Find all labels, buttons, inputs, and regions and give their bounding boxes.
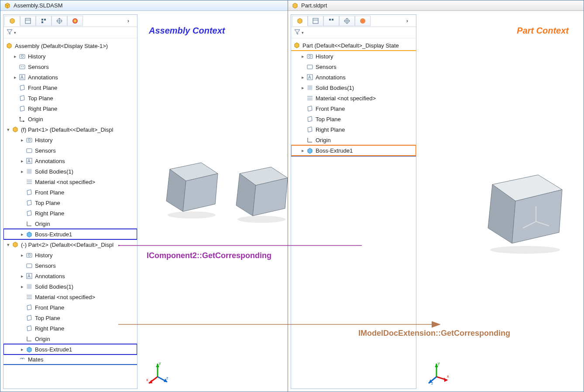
tree-item-top-plane[interactable]: Top Plane — [3, 313, 137, 323]
tab-feature-tree[interactable] — [292, 16, 308, 26]
tree-item-right-plane[interactable]: Right Plane — [3, 103, 137, 114]
titlebar[interactable]: Assembly.SLDASM — [0, 0, 288, 11]
tree-item-annotations[interactable]: ▸AAnnotations — [3, 271, 137, 281]
tree-item-material[interactable]: Material <not specified> — [3, 292, 137, 302]
tree-item-sensors[interactable]: Sensors — [3, 61, 137, 72]
expand-icon[interactable]: ▸ — [19, 347, 25, 352]
svg-marker-14 — [7, 30, 12, 34]
tree-item-annotations[interactable]: ▸AAnnotations — [291, 72, 416, 82]
svg-marker-90 — [295, 43, 299, 48]
tab-dimxpert[interactable] — [339, 16, 355, 26]
plane-icon — [306, 105, 314, 112]
tab-config-manager[interactable] — [36, 16, 52, 26]
svg-point-32 — [28, 139, 31, 141]
tree-item-front-plane[interactable]: Front Plane — [3, 302, 137, 313]
tree-item-boss-extrude[interactable]: ▸Boss-Extrude1 — [291, 145, 416, 156]
expand-icon[interactable]: ▸ — [300, 54, 306, 59]
filter-row: ▾ — [3, 27, 137, 38]
svg-marker-24 — [20, 95, 24, 101]
expand-icon[interactable]: ▸ — [300, 148, 306, 153]
solid-bodies-icon — [306, 84, 314, 91]
tree-item-material[interactable]: Material <not specified> — [291, 93, 416, 103]
filter-icon[interactable] — [6, 28, 13, 37]
tree-item-right-plane[interactable]: Right Plane — [291, 124, 416, 135]
tree-item-origin[interactable]: Origin — [3, 218, 137, 229]
tree-item-top-plane[interactable]: Top Plane — [291, 114, 416, 124]
tree-item-solid-bodies[interactable]: ▸Solid Bodies(1) — [3, 166, 137, 177]
tree-item-origin[interactable]: Origin — [3, 334, 137, 344]
tree-item-solid-bodies[interactable]: ▸Solid Bodies(1) — [291, 82, 416, 93]
tree-root[interactable]: Part (Default<<Default>_Display State — [291, 41, 416, 51]
dropdown-icon[interactable]: ▾ — [14, 31, 16, 35]
tab-overflow[interactable]: › — [120, 16, 136, 26]
collapse-icon[interactable]: ▾ — [5, 242, 11, 248]
collapse-icon[interactable]: ▾ — [5, 127, 11, 133]
tree-item-boss-extrude-p2[interactable]: ▸Boss-Extrude1 — [3, 344, 137, 355]
tree-component-part2[interactable]: ▾(-) Part<2> (Default<<Default>_Displ — [3, 239, 137, 250]
tree-item-sensors[interactable]: Sensors — [291, 61, 416, 72]
tree-item-front-plane[interactable]: Front Plane — [3, 82, 137, 93]
folder-icon — [25, 252, 33, 259]
tree-item-boss-extrude-p1[interactable]: ▸Boss-Extrude1 — [3, 229, 137, 239]
model-cube — [481, 163, 569, 254]
tree-item-origin[interactable]: Origin — [3, 114, 137, 124]
view-triad[interactable]: x y z — [423, 359, 450, 385]
expand-icon[interactable]: ▸ — [300, 75, 306, 80]
tree-item-history[interactable]: ▸History — [3, 51, 137, 61]
view-triad[interactable]: x y z — [144, 359, 171, 385]
tab-property-manager[interactable] — [308, 16, 323, 26]
expand-icon[interactable]: ▸ — [19, 169, 25, 174]
svg-point-48 — [28, 254, 31, 256]
svg-marker-25 — [20, 106, 24, 111]
tree-item-top-plane[interactable]: Top Plane — [3, 93, 137, 103]
expand-icon[interactable]: ▸ — [300, 85, 306, 91]
tree-item-top-plane[interactable]: Top Plane — [3, 198, 137, 208]
plane-icon — [18, 105, 26, 112]
svg-marker-4 — [10, 18, 14, 24]
tab-overflow[interactable]: › — [399, 16, 415, 26]
tree-item-right-plane[interactable]: Right Plane — [3, 208, 137, 218]
filter-icon[interactable] — [294, 28, 301, 37]
expand-icon[interactable]: ▸ — [12, 54, 18, 59]
tree-item-annotations[interactable]: ▸AAnnotations — [3, 156, 137, 166]
expand-icon[interactable]: ▸ — [19, 137, 25, 143]
expand-icon[interactable]: ▸ — [19, 273, 25, 279]
context-label-assembly: Assembly Context — [149, 26, 225, 36]
tree-item-material[interactable]: Material <not specified> — [3, 177, 137, 187]
tree-item-history[interactable]: ▸History — [3, 135, 137, 145]
tree-item-annotations[interactable]: ▸AAnnotations — [3, 72, 137, 82]
solid-bodies-icon — [25, 168, 33, 175]
dropdown-icon[interactable]: ▾ — [302, 31, 304, 35]
plane-icon — [25, 199, 33, 206]
expand-icon[interactable]: ▸ — [19, 158, 25, 164]
tree-item-right-plane[interactable]: Right Plane — [3, 323, 137, 334]
expand-icon[interactable]: ▸ — [12, 75, 18, 80]
tree-item-mates[interactable]: Mates — [3, 355, 137, 365]
tab-feature-tree[interactable] — [4, 16, 20, 26]
tree-root[interactable]: Assembly (Default<Display State-1>) — [3, 41, 137, 51]
tree-item-history[interactable]: ▸History — [3, 250, 137, 260]
expand-icon[interactable]: ▸ — [19, 252, 25, 258]
expand-icon[interactable]: ▸ — [19, 232, 25, 237]
graphics-area-assembly[interactable]: Assembly Context x y z — [140, 14, 286, 390]
window-title: Part.sldprt — [301, 2, 327, 9]
tree-item-front-plane[interactable]: Front Plane — [291, 103, 416, 114]
tree-item-origin[interactable]: Origin — [291, 135, 416, 145]
tree-item-solid-bodies[interactable]: ▸Solid Bodies(1) — [3, 281, 137, 292]
plane-icon — [18, 95, 26, 102]
tab-display-manager[interactable] — [67, 16, 83, 26]
tree-item-sensors[interactable]: Sensors — [3, 260, 137, 271]
tab-property-manager[interactable] — [20, 16, 36, 26]
tab-dimxpert[interactable] — [52, 16, 67, 26]
plane-icon — [25, 189, 33, 196]
tab-config-manager[interactable] — [323, 16, 339, 26]
tree-item-history[interactable]: ▸History — [291, 51, 416, 61]
titlebar[interactable]: Part.sldprt — [288, 0, 584, 11]
tab-display-manager[interactable] — [355, 16, 371, 26]
svg-point-88 — [360, 18, 365, 24]
tree-item-sensors[interactable]: Sensors — [3, 145, 137, 156]
svg-marker-42 — [27, 211, 31, 216]
tree-item-front-plane[interactable]: Front Plane — [3, 187, 137, 198]
expand-icon[interactable]: ▸ — [19, 284, 25, 290]
tree-component-part1[interactable]: ▾(f) Part<1> (Default<<Default>_Displ — [3, 124, 137, 135]
